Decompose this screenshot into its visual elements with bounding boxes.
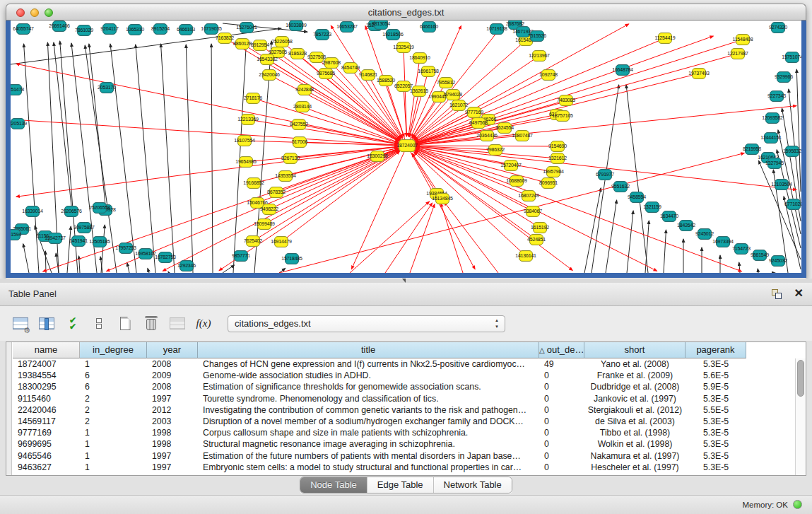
table-row[interactable]: 946362711997Embryonic stem cells: a mode… (13, 462, 746, 473)
graph-node[interactable]: 9498222 (262, 204, 276, 215)
graph-node[interactable]: 11254419 (658, 33, 672, 44)
graph-node[interactable]: 9227343 (770, 90, 784, 102)
table-row[interactable]: 1872400712008Changes of HCN gene express… (13, 358, 746, 370)
graph-node[interactable]: 8912954 (253, 40, 267, 51)
graph-node[interactable]: 9245032 (771, 255, 785, 267)
column-header-year[interactable]: year (147, 342, 198, 358)
graph-node[interactable]: 15720407 (504, 160, 518, 171)
column-header-title[interactable]: title (198, 342, 539, 358)
vertical-scrollbar[interactable] (795, 358, 806, 476)
graph-node[interactable]: 8678352 (269, 187, 283, 198)
graph-node[interactable]: 15276041 (240, 22, 254, 33)
network-window-titlebar[interactable]: citations_edges.txt (6, 4, 806, 21)
graph-node[interactable]: 3624554 (498, 122, 512, 134)
graph-node[interactable]: 7986322 (488, 144, 502, 156)
graph-node[interactable]: 1588520 (379, 75, 393, 86)
graph-node[interactable]: 9245012 (698, 228, 712, 240)
graph-node[interactable]: 12325419 (396, 42, 411, 53)
graph-node[interactable]: 10653287 (340, 21, 354, 33)
graph-node[interactable]: 9777169 (467, 107, 481, 118)
column-header-short[interactable]: short (584, 342, 686, 358)
graph-node[interactable]: 13942737 (48, 233, 62, 244)
graph-node[interactable]: 7625402 (246, 235, 260, 247)
graph-node[interactable]: 391594 (11, 229, 20, 240)
scrollbar-thumb[interactable] (797, 360, 804, 397)
graph-node[interactable]: 7154723 (734, 243, 748, 255)
graph-node[interactable]: 12103504 (775, 179, 789, 190)
graph-node[interactable]: 23420046 (262, 69, 276, 81)
table-row[interactable]: 946554611997Estimation of the future num… (13, 450, 746, 462)
graph-node[interactable]: 19654985 (239, 156, 253, 168)
graph-node[interactable]: 15134845 (435, 193, 449, 204)
graph-node[interactable]: 9875685 (319, 68, 333, 79)
graph-node[interactable]: 16914479 (274, 236, 288, 247)
graph-node[interactable]: 19166852 (247, 177, 261, 189)
graph-node[interactable]: 12213967 (532, 50, 546, 62)
graph-node[interactable]: 15751074 (785, 52, 799, 63)
graph-node[interactable]: 10688609 (510, 175, 524, 187)
graph-node[interactable]: 1634470 (662, 211, 676, 222)
graph-node[interactable]: 1451941 (71, 235, 86, 247)
graph-node[interactable]: 12444151 (764, 132, 778, 144)
graph-node[interactable]: 2053170 (100, 82, 114, 93)
deselect-all-icon[interactable] (88, 313, 110, 335)
graph-node[interactable]: 1327945 (767, 158, 782, 169)
graph-node[interactable]: 12213369 (241, 114, 255, 125)
graph-node[interactable]: 30975887 (77, 222, 91, 233)
graph-node[interactable]: 1065310 (128, 24, 142, 35)
graph-node[interactable]: 18640910 (413, 52, 427, 64)
column-header-out_de[interactable]: △out_de… (539, 342, 584, 358)
graph-node[interactable]: 19218506 (386, 29, 400, 40)
graph-node[interactable]: 64055747 (16, 23, 30, 35)
table-selector-dropdown[interactable]: citations_edges.txt ▲▼ (228, 315, 505, 332)
tab-network-table[interactable]: Network Table (434, 477, 512, 493)
graph-node[interactable]: 9384067 (526, 206, 540, 217)
graph-node[interactable]: 9154690 (551, 141, 565, 152)
graph-node[interactable]: 8267130 (283, 153, 298, 164)
graph-node[interactable]: 9857771 (234, 250, 248, 262)
graph-node[interactable]: 16782753 (158, 252, 172, 263)
graph-node[interactable]: 16033809 (289, 21, 303, 31)
graph-node[interactable]: 6466160 (422, 21, 436, 33)
graph-node[interactable]: 9146821 (361, 69, 375, 81)
tab-node-table[interactable]: Node Table (300, 477, 367, 493)
graph-node[interactable]: 517006 (293, 136, 307, 148)
graph-node[interactable]: 16543382 (260, 54, 274, 65)
graph-node[interactable]: 10719035 (204, 23, 218, 35)
graph-node[interactable]: 2803144 (295, 101, 310, 112)
graph-node[interactable]: 4524851 (529, 234, 543, 245)
graph-node[interactable]: 9274320 (771, 22, 785, 33)
graph-node[interactable]: 15718485 (285, 253, 299, 264)
graph-node[interactable]: 25226058 (275, 36, 289, 47)
graph-node[interactable]: 7861029 (77, 25, 91, 36)
graph-node[interactable]: 9551632 (613, 181, 628, 192)
tab-edge-table[interactable]: Edge Table (367, 477, 434, 493)
graph-node[interactable]: 7483083 (559, 95, 573, 106)
graph-node[interactable]: 18757105 (555, 110, 570, 122)
graph-node[interactable]: 6497568 (471, 117, 486, 129)
graph-node[interactable]: 6791977 (598, 169, 612, 180)
graph-node[interactable]: 16339014 (25, 206, 40, 217)
create-column-icon[interactable] (114, 313, 136, 335)
graph-node[interactable]: 20206576 (64, 206, 78, 217)
graph-node[interactable]: 9458554 (630, 192, 644, 203)
graph-node[interactable]: 1321612 (551, 153, 565, 164)
graph-node[interactable]: 20691406 (52, 21, 66, 32)
graph-node[interactable]: 6771020 (787, 199, 801, 210)
graph-node[interactable]: 16973394 (716, 236, 730, 247)
show-columns-icon[interactable] (36, 313, 57, 335)
network-canvas[interactable]: 7163822886012889129542522605893275058186… (11, 21, 801, 273)
graph-node[interactable]: 14136141 (519, 250, 533, 262)
graph-node[interactable]: 10719138 (490, 23, 504, 35)
graph-node[interactable]: 1851478 (11, 84, 22, 95)
graph-node[interactable]: 8215958 (745, 144, 759, 155)
table-row[interactable]: 1456911722003Disruption of a novel membe… (13, 416, 746, 427)
table-row[interactable]: 969969511998Structural magnetic resonanc… (13, 438, 746, 450)
graph-node[interactable]: 1615192 (533, 222, 547, 233)
graph-node[interactable]: 12217987 (731, 48, 745, 59)
graph-node[interactable]: 16648784 (616, 64, 630, 76)
graph-node[interactable]: 1321159 (645, 201, 659, 213)
table-mode-icon[interactable]: ⚙ (10, 313, 31, 335)
graph-node[interactable]: 8096951 (541, 177, 555, 189)
graph-node[interactable]: 8915204 (153, 23, 167, 35)
